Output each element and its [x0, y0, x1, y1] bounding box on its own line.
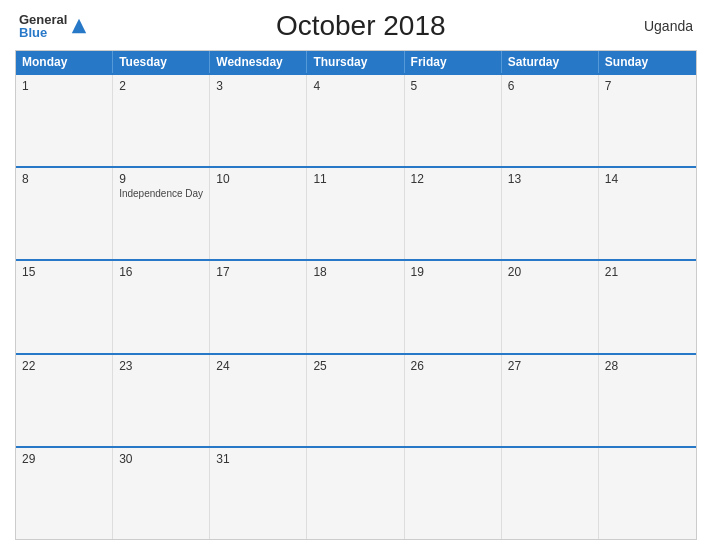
- table-row: 12: [405, 168, 502, 259]
- table-row: 27: [502, 355, 599, 446]
- table-row: 9 Independence Day: [113, 168, 210, 259]
- week-1: 1 2 3 4 5 6 7: [16, 73, 696, 166]
- header-monday: Monday: [16, 51, 113, 73]
- page: General Blue October 2018 Uganda Monday …: [0, 0, 712, 550]
- month-title: October 2018: [88, 10, 633, 42]
- table-row: 8: [16, 168, 113, 259]
- table-row: 23: [113, 355, 210, 446]
- table-row: [502, 448, 599, 539]
- table-row: [599, 448, 696, 539]
- table-row: 10: [210, 168, 307, 259]
- table-row: 14: [599, 168, 696, 259]
- table-row: 6: [502, 75, 599, 166]
- header-thursday: Thursday: [307, 51, 404, 73]
- week-5: 29 30 31: [16, 446, 696, 539]
- table-row: 7: [599, 75, 696, 166]
- calendar-body: 1 2 3 4 5 6 7 8 9 Independence Day 10 11…: [16, 73, 696, 539]
- table-row: 2: [113, 75, 210, 166]
- table-row: 17: [210, 261, 307, 352]
- table-row: 28: [599, 355, 696, 446]
- header-friday: Friday: [405, 51, 502, 73]
- table-row: 29: [16, 448, 113, 539]
- table-row: [405, 448, 502, 539]
- week-4: 22 23 24 25 26 27 28: [16, 353, 696, 446]
- svg-marker-0: [72, 19, 86, 33]
- table-row: [307, 448, 404, 539]
- table-row: 13: [502, 168, 599, 259]
- calendar-header: General Blue October 2018 Uganda: [15, 10, 697, 42]
- table-row: 16: [113, 261, 210, 352]
- header-saturday: Saturday: [502, 51, 599, 73]
- table-row: 20: [502, 261, 599, 352]
- header-wednesday: Wednesday: [210, 51, 307, 73]
- table-row: 5: [405, 75, 502, 166]
- logo-blue-text: Blue: [19, 26, 67, 39]
- table-row: 11: [307, 168, 404, 259]
- table-row: 26: [405, 355, 502, 446]
- week-3: 15 16 17 18 19 20 21: [16, 259, 696, 352]
- table-row: 1: [16, 75, 113, 166]
- calendar-grid: Monday Tuesday Wednesday Thursday Friday…: [15, 50, 697, 540]
- logo: General Blue: [19, 13, 88, 39]
- table-row: 22: [16, 355, 113, 446]
- table-row: 31: [210, 448, 307, 539]
- week-2: 8 9 Independence Day 10 11 12 13 14: [16, 166, 696, 259]
- table-row: 19: [405, 261, 502, 352]
- country-label: Uganda: [633, 18, 693, 34]
- table-row: 24: [210, 355, 307, 446]
- independence-day-label: Independence Day: [119, 188, 203, 199]
- table-row: 3: [210, 75, 307, 166]
- table-row: 30: [113, 448, 210, 539]
- table-row: 18: [307, 261, 404, 352]
- calendar-header-row: Monday Tuesday Wednesday Thursday Friday…: [16, 51, 696, 73]
- table-row: 25: [307, 355, 404, 446]
- table-row: 21: [599, 261, 696, 352]
- header-sunday: Sunday: [599, 51, 696, 73]
- table-row: 4: [307, 75, 404, 166]
- header-tuesday: Tuesday: [113, 51, 210, 73]
- table-row: 15: [16, 261, 113, 352]
- logo-triangle-icon: [70, 17, 88, 35]
